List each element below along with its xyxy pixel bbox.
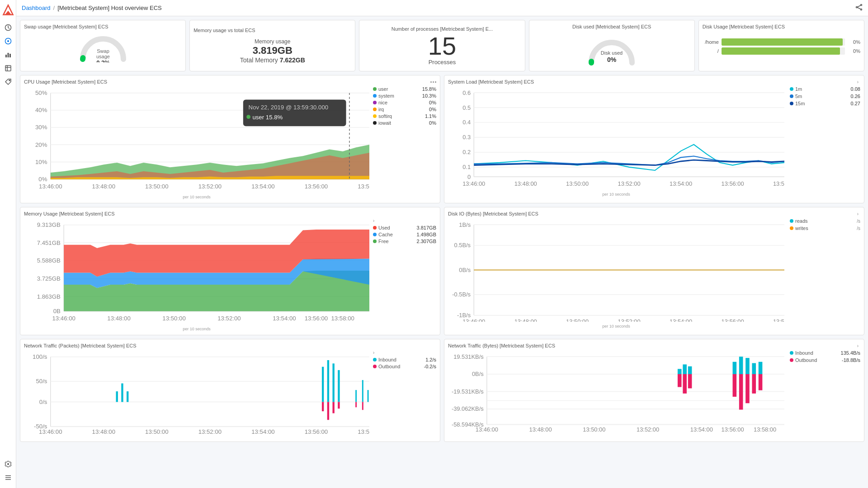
svg-text:19.531KB/s: 19.531KB/s (453, 353, 483, 360)
writes-value: /s (857, 226, 860, 231)
svg-text:13:50:00: 13:50:00 (162, 315, 185, 322)
memory-usage-label: Memory usage (193, 38, 351, 45)
tag-icon[interactable] (3, 77, 13, 87)
mem-legend-expand[interactable]: › (373, 218, 436, 223)
memory-usage-value: 3.819GB (193, 45, 351, 56)
bytes-inbound-value: 135.4B/s (841, 350, 860, 356)
svg-point-13 (861, 5, 862, 6)
used-dot (373, 226, 377, 230)
user-dot (373, 87, 377, 91)
svg-rect-163 (683, 365, 687, 374)
nice-label: nice (378, 100, 427, 105)
reads-dot (790, 219, 793, 223)
system-dot (373, 94, 377, 98)
diskio-reads: reads /s (790, 218, 860, 224)
network-row: Network Traffic (Packets) [Metricbeat Sy… (20, 339, 864, 442)
cpu-chart-body: 50% 40% 30% 20% 10% 0% 13:46:00 13:48:00… (24, 86, 436, 199)
svg-text:1B/s: 1B/s (459, 221, 471, 228)
gauge-container: Swap usage 0.2% (78, 33, 128, 62)
cache-value: 1.498GB (417, 232, 436, 237)
app-logo[interactable] (2, 4, 14, 16)
svg-text:13:48:00: 13:48:00 (514, 180, 537, 187)
svg-rect-173 (733, 374, 737, 397)
share-icon[interactable] (855, 4, 863, 12)
breadcrumb-home[interactable]: Dashboard (22, 5, 51, 11)
cpu-chart-card: CPU Usage [Metricbeat System] ECS (20, 75, 440, 203)
breadcrumb-current: [Metricbeat System] Host overview ECS (57, 5, 161, 11)
svg-text:13:56:00: 13:56:00 (305, 428, 328, 435)
bytes-outbound-label: Outbound (795, 357, 840, 363)
disk-bar-root-outer (722, 47, 845, 55)
net-packets-card: Network Traffic (Packets) [Metricbeat Sy… (20, 339, 440, 442)
svg-text:13:50:00: 13:50:00 (566, 180, 589, 187)
mem-legend-used: Used 3.817GB (373, 225, 436, 230)
sysload-expand-icon[interactable]: › (857, 80, 859, 84)
svg-text:0.2: 0.2 (462, 149, 471, 155)
bytes-inbound-label: Inbound (795, 350, 839, 356)
net-bytes-svg: 19.531KB/s 0B/s -19.531KB/s -39.062KB/s … (448, 350, 784, 434)
15m-label: 15m (795, 101, 849, 106)
svg-rect-6 (7, 53, 9, 57)
swap-title: Swap usage [Metricbeat System] ECS (24, 24, 182, 29)
svg-text:13:56:00: 13:56:00 (722, 318, 744, 322)
svg-text:13:48:00: 13:48:00 (514, 318, 537, 322)
cpu-options-button[interactable] (430, 81, 436, 83)
processes-card: Number of processes [Metricbeat System] … (359, 20, 525, 71)
memory-total-label: Total Memory (240, 56, 278, 64)
svg-text:-1B/s: -1B/s (457, 312, 471, 319)
svg-text:13:54:00: 13:54:00 (690, 426, 713, 433)
iowait-dot (373, 121, 377, 125)
svg-text:0.2%: 0.2% (96, 59, 110, 62)
sysload-footer: per 10 seconds (448, 192, 784, 197)
disk-bar-home-outer (722, 38, 845, 46)
svg-rect-169 (759, 362, 763, 374)
diskio-footer: per 10 seconds (448, 324, 784, 328)
net-packets-legend-expand[interactable]: › (373, 350, 436, 355)
processes-title: Number of processes [Metricbeat System] … (392, 26, 493, 32)
net-bytes-legend: Inbound 135.4B/s Outbound -18.8B/s (788, 350, 860, 436)
1m-value: 0.08 (851, 86, 860, 92)
cpu-sysload-row: CPU Usage [Metricbeat System] ECS (20, 75, 864, 203)
mem-chart-body: 9.313GB 7.451GB 5.588GB 3.725GB 1.863GB … (24, 218, 436, 331)
iowait-value: 0% (429, 120, 436, 126)
clock-icon[interactable] (3, 23, 13, 33)
compass-icon[interactable] (3, 36, 13, 46)
svg-text:13:52:00: 13:52:00 (217, 315, 241, 322)
used-label: Used (378, 225, 415, 230)
svg-text:13:46:00: 13:46:00 (476, 426, 498, 433)
outbound-dot (373, 365, 377, 368)
disk-bar-root-fill (722, 47, 840, 55)
layers-icon[interactable] (3, 63, 13, 73)
svg-text:13:54:00: 13:54:00 (251, 183, 274, 190)
process-label: Processes (429, 59, 456, 66)
svg-rect-10 (5, 475, 11, 476)
settings-icon[interactable] (3, 459, 13, 469)
net-bytes-expand-icon[interactable]: › (857, 343, 859, 348)
diskio-chart-svg: 1B/s 0.5B/s 0B/s -0.5B/s -1B/s 13:46:00 … (448, 218, 784, 322)
diskio-chart-area: 1B/s 0.5B/s 0B/s -0.5B/s -1B/s 13:46:00 … (448, 218, 784, 328)
cpu-legend-softirq: softirq 1.1% (373, 113, 436, 119)
svg-text:13:46:00: 13:46:00 (462, 180, 485, 187)
svg-text:13:46:00: 13:46:00 (39, 428, 62, 435)
svg-point-15 (856, 7, 858, 8)
svg-text:13:58:00: 13:58:00 (358, 428, 369, 435)
menu-icon[interactable] (3, 473, 13, 483)
sysload-chart-card: System Load [Metricbeat System] ECS › (444, 75, 864, 203)
svg-text:13:52:00: 13:52:00 (198, 428, 222, 435)
svg-rect-171 (683, 374, 687, 394)
outbound-label: Outbound (378, 364, 422, 369)
diskio-expand-icon[interactable]: › (857, 211, 859, 216)
nice-dot (373, 101, 377, 104)
diskio-writes: writes /s (790, 225, 860, 231)
svg-text:13:52:00: 13:52:00 (637, 426, 659, 433)
cpu-legend-nice: nice 0% (373, 100, 436, 105)
svg-text:13:56:00: 13:56:00 (305, 315, 328, 322)
svg-marker-1 (5, 11, 11, 15)
sysload-chart-body: 0.6 0.5 0.4 0.3 0.2 0.1 0 13:46:00 13:48… (448, 86, 860, 197)
net-bytes-title: Network Traffic (Bytes) [Metricbeat Syst… (448, 343, 857, 348)
svg-text:0B/s: 0B/s (459, 267, 471, 273)
net-bytes-header: Network Traffic (Bytes) [Metricbeat Syst… (448, 343, 860, 348)
reads-label: reads (795, 218, 855, 224)
bar-chart-icon[interactable] (3, 50, 13, 60)
svg-text:1.863GB: 1.863GB (37, 293, 61, 300)
